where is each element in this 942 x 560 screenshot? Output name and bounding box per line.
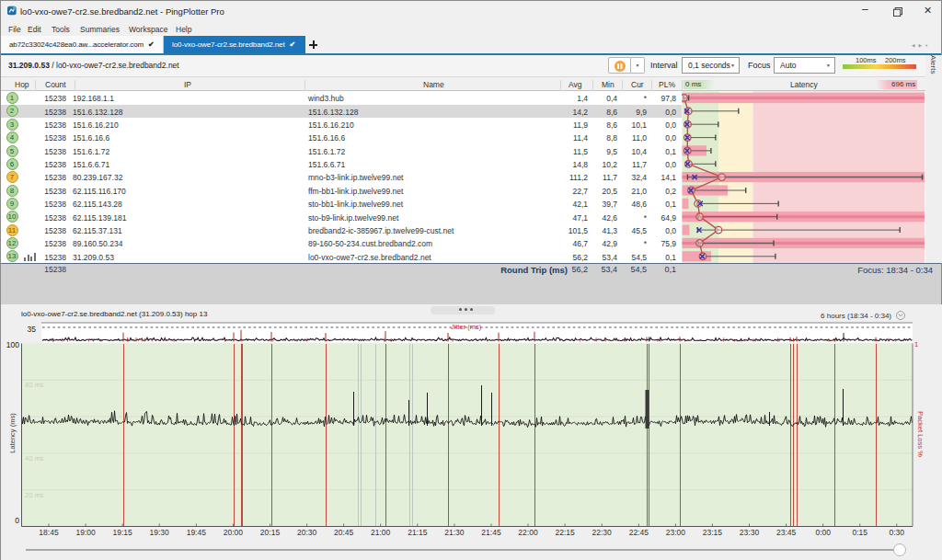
svg-text:19:15: 19:15 [113,528,133,537]
svg-text:21:00: 21:00 [371,528,391,537]
svg-text:1: 1 [914,340,918,349]
svg-text:19:30: 19:30 [150,528,170,537]
svg-text:35: 35 [28,325,37,334]
svg-text:6 hours (18:34 - 0:34): 6 hours (18:34 - 0:34) [821,312,891,320]
svg-text:Latency (ms): Latency (ms) [8,413,17,453]
svg-text:0:15: 0:15 [853,528,868,537]
svg-text:0:30: 0:30 [890,528,905,537]
svg-text:100: 100 [6,340,19,349]
svg-text:22:45: 22:45 [629,528,649,537]
svg-text:20:30: 20:30 [297,528,317,537]
svg-text:0: 0 [15,516,19,525]
svg-text:23:15: 23:15 [703,528,723,537]
svg-text:Jitter (ms): Jitter (ms) [451,323,482,331]
svg-text:22:00: 22:00 [518,528,538,537]
svg-text:21:30: 21:30 [444,528,465,537]
svg-text:20:15: 20:15 [260,528,281,537]
svg-text:23:45: 23:45 [776,528,797,537]
svg-text:21:45: 21:45 [481,528,501,537]
svg-text:23:00: 23:00 [666,528,686,537]
svg-text:22:15: 22:15 [555,528,575,537]
svg-text:40 ms: 40 ms [25,454,44,463]
svg-text:80 ms: 80 ms [25,381,44,389]
svg-text:lo0-vxo-owe7-cr2.se.bredband2.: lo0-vxo-owe7-cr2.se.bredband2.net (31.20… [21,310,208,318]
svg-text:20 ms: 20 ms [25,491,44,499]
svg-text:18:45: 18:45 [39,528,59,537]
svg-text:19:45: 19:45 [187,528,207,537]
svg-text:20:45: 20:45 [334,528,354,537]
svg-text:19:00: 19:00 [75,528,96,537]
svg-text:Packet Loss %: Packet Loss % [916,411,925,457]
svg-text:20:00: 20:00 [224,528,244,537]
svg-text:23:30: 23:30 [740,528,760,537]
svg-text:22:30: 22:30 [592,528,613,537]
svg-text:0:00: 0:00 [815,528,831,537]
svg-text:21:15: 21:15 [408,528,428,537]
